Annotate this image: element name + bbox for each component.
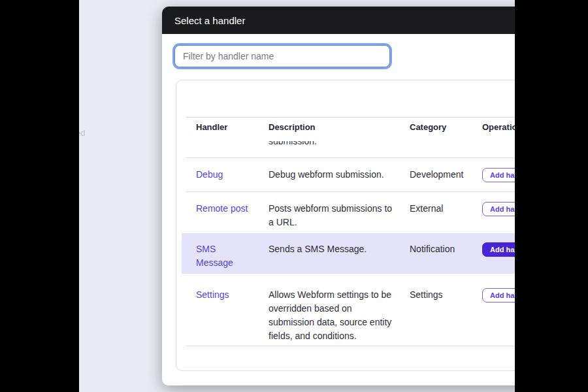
handler-description: Debug webform submission. (269, 168, 410, 191)
handler-description: Posts webform submissions to a URL. (269, 202, 410, 233)
add-handler-button-primary[interactable]: Add handler (482, 242, 515, 257)
table-row-selected: SMS Message Sends a SMS Message. Notific… (182, 233, 515, 274)
add-handler-button[interactable]: Add handler (482, 168, 515, 182)
handlers-table-card: Handler Description Category Operations … (176, 80, 515, 371)
add-handler-button[interactable]: Add handler (482, 202, 515, 216)
handler-description: Sends a SMS Message. (269, 242, 410, 274)
background-page: ed na W Select a handler ✕ Handler Descr… (79, 0, 515, 392)
screenshot-stage: ed na W Select a handler ✕ Handler Descr… (0, 0, 588, 392)
table-row: Settings Allows Webform settings to be o… (182, 274, 515, 346)
table-row: Remote post Posts webform submissions to… (182, 191, 515, 233)
add-handler-button[interactable]: Add handler (482, 288, 515, 302)
handler-category: Settings (410, 288, 482, 346)
row-divider (186, 346, 515, 346)
table-header-row: Handler Description Category Operations (182, 122, 515, 132)
filter-handler-input[interactable] (174, 45, 390, 67)
handler-category: External (410, 202, 482, 233)
handler-link-sms-message[interactable]: SMS Message (196, 244, 233, 268)
select-handler-dialog: Select a handler ✕ Handler Description C… (162, 7, 515, 385)
handler-description: Allows Webform settings to be overridden… (269, 288, 410, 346)
handler-link-debug[interactable]: Debug (196, 169, 223, 180)
background-page-text: ed (79, 128, 85, 138)
dialog-body: Handler Description Category Operations … (162, 34, 515, 385)
handler-category: Notification (410, 242, 482, 274)
column-header-handler: Handler (182, 122, 269, 132)
dialog-title: Select a handler (174, 15, 245, 26)
column-header-category: Category (410, 122, 482, 132)
handler-link-settings[interactable]: Settings (196, 289, 229, 300)
table-row: Debug Debug webform submission. Developm… (182, 157, 515, 191)
clipped-scrolled-row-text: submission. (269, 141, 410, 150)
dialog-header: Select a handler ✕ (162, 7, 515, 34)
column-header-operations: Operations (482, 122, 515, 132)
handler-link-remote-post[interactable]: Remote post (196, 203, 248, 214)
handler-category: Development (410, 168, 482, 191)
column-header-description: Description (269, 122, 410, 132)
table-top-divider (186, 117, 515, 118)
